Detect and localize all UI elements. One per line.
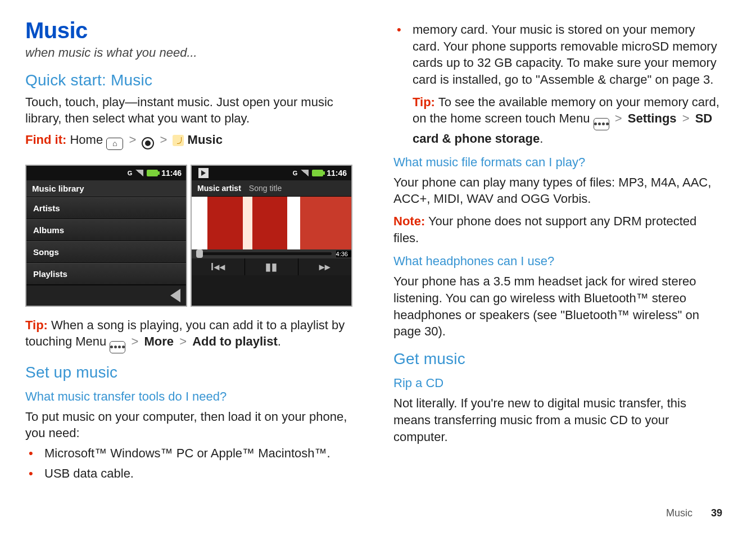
pause-button[interactable]: ▮▮	[245, 258, 298, 275]
track-duration: 4:36	[336, 251, 351, 257]
play-status-icon	[198, 168, 209, 178]
find-it-line: Find it: Home ⌂ > > Music	[25, 131, 354, 149]
setup-body: To put music on your computer, then load…	[25, 408, 354, 442]
heading-formats: What music file formats can I play?	[393, 155, 722, 170]
breadcrumb-sep: >	[126, 133, 138, 147]
note-label: Note:	[393, 214, 425, 228]
menu-icon	[594, 118, 609, 130]
quickstart-body: Touch, touch, play—instant music. Just o…	[25, 94, 354, 127]
page-footer: Music 39	[666, 507, 722, 519]
now-playing-artist: Music artist	[197, 184, 241, 193]
album-art: 4:36	[192, 197, 351, 258]
tagline: when music is what you need...	[25, 44, 354, 61]
status-bar: G 11:46	[26, 166, 186, 180]
signal-icon	[135, 170, 143, 176]
tip-more: More	[144, 334, 174, 348]
memory-tip: Tip: To see the available memory on your…	[413, 94, 722, 147]
heading-rip: Rip a CD	[393, 376, 722, 390]
now-playing-title: Song title	[249, 184, 282, 193]
now-playing-bar: Music artist Song title	[192, 180, 351, 197]
progress-bar[interactable]: 4:36	[192, 249, 351, 258]
library-row-songs[interactable]: Songs	[26, 241, 186, 263]
back-bar	[26, 285, 186, 306]
app-drawer-icon	[142, 137, 154, 149]
prev-button[interactable]: I◂◂	[192, 258, 245, 275]
heading-music: Music	[25, 18, 354, 43]
status-time: 11:46	[327, 169, 347, 178]
battery-icon	[312, 170, 323, 176]
find-it-music: Music	[188, 133, 223, 147]
progress-track[interactable]	[196, 252, 332, 255]
footer-page-number: 39	[711, 507, 722, 519]
heading-get-music: Get music	[393, 350, 722, 368]
tip-dot: .	[540, 131, 543, 146]
list-item: Microsoft™ Windows™ PC or Apple™ Macinto…	[25, 445, 354, 462]
menu-icon	[110, 341, 125, 353]
tip-add: Add to playlist	[192, 334, 278, 348]
note-body: Your phone does not support any DRM prot…	[393, 214, 696, 245]
list-item: USB data cable.	[25, 465, 354, 482]
setup-list: Microsoft™ Windows™ PC or Apple™ Macinto…	[25, 445, 354, 482]
player-controls: I◂◂ ▮▮ ▸▸	[192, 258, 351, 275]
signal-icon	[301, 170, 309, 176]
heading-setup: Set up music	[25, 364, 354, 381]
drm-note: Note: Your phone does not support any DR…	[393, 213, 722, 246]
music-app-icon	[173, 135, 184, 146]
tip-dot: .	[278, 334, 281, 348]
breadcrumb-sep: >	[157, 133, 169, 147]
tip-label: Tip:	[25, 318, 48, 332]
next-button[interactable]: ▸▸	[298, 258, 351, 275]
heading-transfer-tools: What music transfer tools do I need?	[25, 389, 354, 404]
footer-section: Music	[666, 507, 692, 519]
tip-settings: Settings	[628, 111, 677, 125]
rip-body: Not literally. If you're new to digital …	[393, 395, 722, 445]
headphones-body: Your phone has a 3.5 mm headset jack for…	[393, 273, 722, 340]
status-bar: G 11:46	[192, 166, 351, 180]
network-g-icon: G	[128, 170, 133, 176]
library-row-artists[interactable]: Artists	[26, 197, 186, 219]
library-row-albums[interactable]: Albums	[26, 219, 186, 241]
find-it-home: Home	[70, 133, 103, 147]
phone-player: G 11:46 Music artist Song title 4:36	[191, 165, 352, 307]
list-item: memory card. Your music is stored on you…	[393, 21, 722, 88]
phone-library: G 11:46 Music library Artists Albums Son…	[25, 165, 187, 307]
library-header: Music library	[26, 180, 186, 197]
home-icon: ⌂	[106, 138, 123, 150]
find-it-label: Find it:	[25, 133, 66, 147]
formats-body: Your phone can play many types of files:…	[393, 174, 722, 207]
battery-icon	[147, 170, 158, 176]
back-arrow-icon[interactable]	[170, 289, 180, 302]
library-row-playlists[interactable]: Playlists	[26, 263, 186, 285]
network-g-icon: G	[293, 170, 298, 176]
playlist-tip: Tip: When a song is playing, you can add…	[25, 317, 354, 353]
memcard-list: memory card. Your music is stored on you…	[393, 21, 722, 88]
status-time: 11:46	[161, 169, 182, 178]
heading-quickstart: Quick start: Music	[25, 71, 354, 89]
tip-label: Tip:	[413, 95, 435, 109]
heading-headphones: What headphones can I use?	[393, 254, 722, 269]
phone-screenshots: G 11:46 Music library Artists Albums Son…	[25, 165, 354, 307]
